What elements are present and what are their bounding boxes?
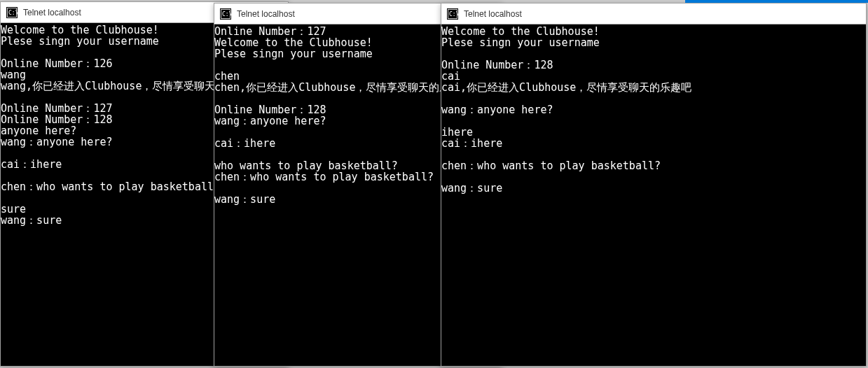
terminal-line: Plese singn your username [441,37,866,48]
title-bar[interactable]: C:\ Telnet localhost [441,3,866,24]
terminal-line: Welcome to the Clubhouse! [441,26,866,37]
svg-text:C:\: C:\ [8,10,18,16]
cmd-icon: C:\ [6,7,18,18]
window-title: Telnet localhost [23,8,81,17]
window-title: Telnet localhost [464,9,522,19]
terminal-line: cai：ihere [441,138,866,149]
top-accent-bar [685,0,868,3]
cmd-icon: C:\ [220,8,231,20]
svg-text:C:\: C:\ [222,11,231,17]
terminal-line: cai,你已经进入Clubhouse，尽情享受聊天的乐趣吧 [441,82,866,93]
terminal-line: wang：sure [441,183,866,194]
terminal-line: wang：anyone here? [441,104,866,115]
window-group: C:\ Telnet localhost Welcome to the Club… [0,0,868,368]
terminal-line [441,93,866,104]
window-title: Telnet localhost [237,9,295,19]
svg-text:C:\: C:\ [449,11,458,17]
terminal-line [441,171,866,183]
terminal-line [441,149,866,160]
cmd-icon: C:\ [447,8,458,20]
terminal-output[interactable]: Welcome to the Clubhouse!Plese singn you… [441,24,866,366]
terminal-line: ihere [441,127,866,138]
telnet-window-3: C:\ Telnet localhost Welcome to the Club… [441,3,867,367]
terminal-line: chen：who wants to play basketball? [441,160,866,171]
terminal-line: Online Number：128 [441,59,866,71]
terminal-line [441,115,866,127]
terminal-line: cai [441,71,866,82]
terminal-line [441,48,866,59]
